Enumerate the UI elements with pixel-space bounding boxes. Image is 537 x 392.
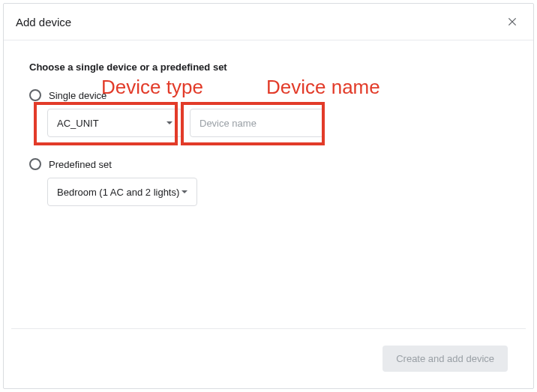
single-device-label: Single device bbox=[49, 90, 106, 101]
create-and-add-button[interactable]: Create and add device bbox=[382, 346, 508, 372]
instruction-text: Choose a single device or a predefined s… bbox=[29, 61, 508, 73]
annotation-device-type-box bbox=[34, 102, 178, 145]
dialog-footer: Create and add device bbox=[11, 328, 526, 388]
annotation-device-name-box bbox=[181, 102, 325, 145]
predefined-set-select[interactable]: Bedroom (1 AC and 2 lights) bbox=[47, 178, 197, 206]
close-icon bbox=[507, 16, 518, 27]
close-button[interactable] bbox=[503, 13, 521, 31]
predefined-set-fields: Bedroom (1 AC and 2 lights) bbox=[47, 178, 508, 206]
predefined-set-value: Bedroom (1 AC and 2 lights) bbox=[57, 187, 179, 198]
predefined-set-option: Predefined set Bedroom (1 AC and 2 light… bbox=[29, 158, 508, 206]
chevron-down-icon bbox=[182, 190, 188, 193]
radio-icon bbox=[29, 158, 41, 170]
add-device-dialog: Add device Choose a single device or a p… bbox=[3, 3, 534, 389]
predefined-set-label: Predefined set bbox=[49, 159, 112, 170]
annotation-device-type-label: Device type bbox=[101, 76, 203, 99]
dialog-body: Choose a single device or a predefined s… bbox=[4, 40, 533, 328]
annotation-device-name-label: Device name bbox=[266, 76, 380, 99]
radio-icon bbox=[29, 89, 41, 101]
dialog-header: Add device bbox=[4, 4, 533, 40]
dialog-title: Add device bbox=[16, 16, 71, 28]
predefined-set-radio-row[interactable]: Predefined set bbox=[29, 158, 508, 170]
